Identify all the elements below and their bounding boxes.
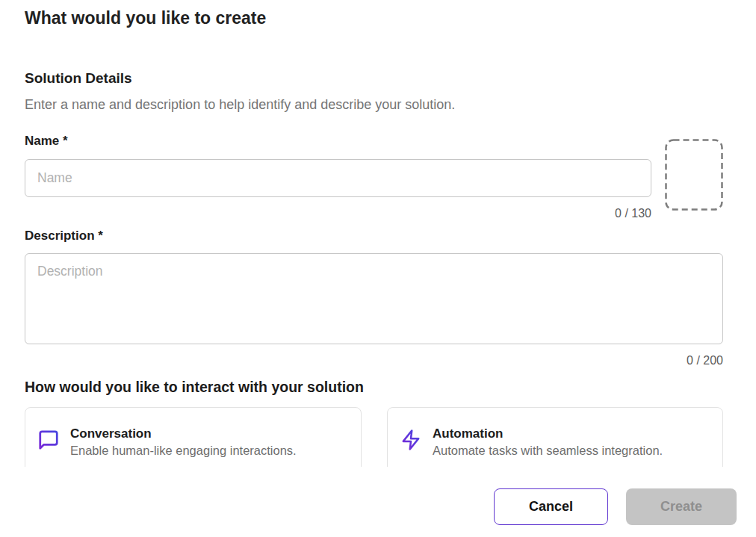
interaction-options: Conversation Enable human-like engaging … [25,407,723,467]
option-description: Enable human-like engaging interactions. [70,444,297,458]
option-card-conversation[interactable]: Conversation Enable human-like engaging … [25,407,362,467]
name-input[interactable] [25,159,651,197]
option-card-automation[interactable]: Automation Automate tasks with seamless … [387,407,723,467]
name-label: Name * [25,134,68,149]
chat-bubble-icon [37,429,60,451]
option-title: Conversation [70,426,297,441]
description-char-counter: 0 / 200 [25,354,723,367]
description-input[interactable] [25,253,723,344]
name-char-counter: 0 / 130 [25,207,651,220]
option-description: Automate tasks with seamless integration… [433,444,663,458]
cancel-button[interactable]: Cancel [494,488,608,525]
page-title: What would you like to create [25,8,266,28]
option-title: Automation [433,426,663,441]
image-upload-dropzone[interactable] [665,139,723,211]
description-label: Description * [25,229,103,243]
interaction-heading: How would you like to interact with your… [25,379,364,396]
create-solution-dialog: What would you like to create Solution D… [0,0,756,537]
lightning-bolt-icon [400,429,422,451]
dashed-border-outline [665,139,723,211]
solution-details-heading: Solution Details [25,70,132,87]
create-button[interactable]: Create [626,488,737,525]
solution-details-subtitle: Enter a name and description to help ide… [25,97,455,113]
